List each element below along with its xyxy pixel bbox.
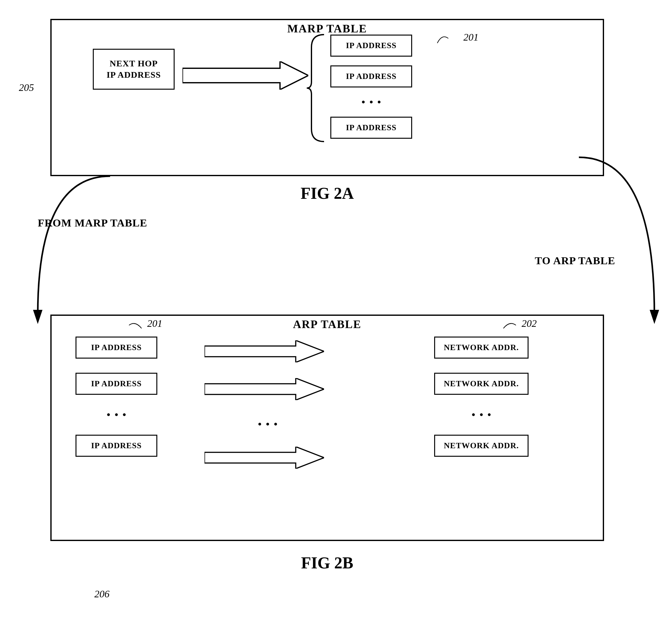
svg-marker-0 [182,61,308,90]
arrow-2a [182,61,308,91]
ref-201-2b: 201 [126,318,162,330]
ref-206: 206 [94,588,110,600]
ref-205: 205 [19,82,34,93]
ip-col-2b: IP ADDRESS IP ADDRESS ••• IP ADDRESS [76,336,157,471]
net-box-2b-2: NETWORK ADDR. [434,373,529,395]
svg-marker-1 [33,310,42,324]
ip-box-2b-2: IP ADDRESS [76,373,157,395]
arrow-2b-2 [204,378,324,401]
svg-marker-2 [650,310,659,324]
net-box-2b-1: NETWORK ADDR. [434,336,529,359]
ref-201-top: 201 [436,31,479,45]
ref-202-2b: 202 [500,318,537,330]
ip-box-3: IP ADDRESS [330,117,412,139]
ip-box-2b-3: IP ADDRESS [76,435,157,457]
next-hop-ip-box: NEXT HOPIP ADDRESS [93,49,175,90]
net-box-2b-3: NETWORK ADDR. [434,435,529,457]
dots-2b-left: ••• [76,409,157,421]
ip-box-2: IP ADDRESS [330,65,412,88]
svg-marker-4 [204,378,324,400]
ip-address-group-2a: IP ADDRESS IP ADDRESS ••• IP ADDRESS [330,35,412,147]
dots-2b-right: ••• [434,409,529,421]
curly-brace-2a [305,31,330,146]
ip-box-1: IP ADDRESS [330,35,412,56]
ip-box-2b-1: IP ADDRESS [76,336,157,359]
svg-marker-3 [204,341,324,362]
page: MARP TABLE 205 NEXT HOPIP ADDRESS IP ADD… [0,0,672,642]
arrow-2b-1 [204,341,324,364]
fig2b-caption: FIG 2B [50,554,604,572]
dots-2b-mid: ••• [258,418,278,430]
dots-2a: ••• [330,96,412,108]
arrow-2b-3 [204,447,324,470]
svg-marker-5 [204,447,324,469]
net-col-2b: NETWORK ADDR. NETWORK ADDR. ••• NETWORK … [434,336,529,471]
fig2a-caption: FIG 2A [50,184,604,203]
curve-arrow-left [31,170,126,329]
curve-arrow-right [573,151,661,329]
